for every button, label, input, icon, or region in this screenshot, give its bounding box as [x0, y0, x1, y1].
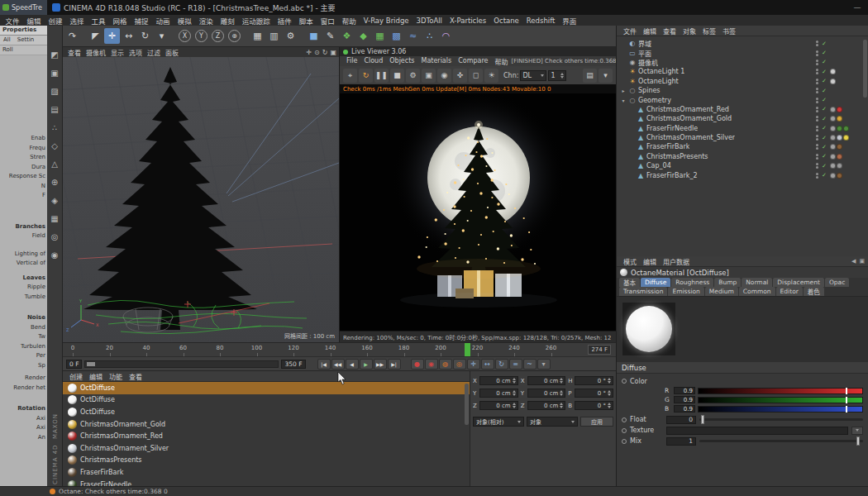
live-viewer-titlebar[interactable]: Live Viewer 3.06: [340, 47, 616, 56]
speedtree-tab[interactable]: Settin: [14, 36, 38, 45]
menubar-item[interactable]: 捕捉: [131, 16, 152, 26]
rotate-view-icon[interactable]: ↻: [322, 49, 328, 56]
visibility-dots[interactable]: [816, 79, 818, 84]
texture-tag-icon[interactable]: [830, 173, 836, 179]
slider-handle[interactable]: [856, 436, 860, 446]
texture-tag-icon[interactable]: [837, 135, 842, 141]
toggle-view-icon[interactable]: ▣: [330, 49, 336, 56]
timeline-ruler[interactable]: 274 F 0204060801001201401601802002202402…: [63, 342, 616, 356]
texture-tag-icon[interactable]: [830, 163, 836, 169]
live-viewer-menu-item[interactable]: 帮助: [491, 57, 511, 66]
material-tab[interactable]: Common: [739, 287, 775, 296]
add-spline[interactable]: ✎: [322, 28, 338, 44]
pan-view-icon[interactable]: ✛: [306, 49, 312, 56]
coordinate-mode-dropdown[interactable]: 对象(相对): [473, 417, 524, 427]
attribute-manager-menu-item[interactable]: 用户数据: [660, 257, 693, 266]
viewport-solo-off-icon[interactable]: ◎: [49, 231, 61, 243]
material-manager-menu-item[interactable]: 编辑: [86, 372, 106, 381]
visibility-dots[interactable]: [816, 60, 818, 65]
texture-tag-icon[interactable]: [837, 144, 842, 150]
live-viewer-menu-item[interactable]: Objects: [386, 57, 417, 66]
viewport-menu-item[interactable]: 面板: [163, 48, 181, 57]
menubar-item[interactable]: X-Particles: [446, 17, 489, 25]
animation-dot-icon[interactable]: [622, 428, 627, 433]
texture-tag-icon[interactable]: [830, 116, 836, 122]
render-region-icon[interactable]: ◻: [469, 69, 483, 83]
add-mograph[interactable]: ❖: [339, 28, 355, 44]
material-list-item[interactable]: ChristmasPresents: [63, 455, 470, 467]
coordinate-field[interactable]: 0 °: [575, 401, 613, 410]
float-slider[interactable]: [699, 418, 863, 421]
slider-handle[interactable]: [701, 415, 704, 424]
material-tab[interactable]: Normal: [742, 278, 772, 287]
texture-tag-icon[interactable]: [837, 126, 842, 131]
menubar-item[interactable]: V-Ray Bridge: [360, 17, 413, 25]
object-row[interactable]: ▲FraserFirBark_2✓: [617, 170, 868, 179]
coordinate-field[interactable]: 0 cm: [527, 389, 566, 398]
enabled-check-icon[interactable]: ✓: [822, 125, 828, 131]
lightmix-icon[interactable]: ☀: [484, 69, 498, 83]
material-list-item[interactable]: OctDiffuse: [63, 394, 470, 407]
prev-frame-button[interactable]: ◀: [346, 359, 359, 370]
texture-tag-icon[interactable]: [830, 107, 836, 112]
render-settings-icon[interactable]: ⚙: [406, 69, 420, 83]
material-list-item[interactable]: OctDiffuse: [63, 382, 470, 394]
texture-tag-icon[interactable]: [830, 154, 836, 160]
texture-tag-icon[interactable]: [830, 79, 836, 84]
edges-mode-icon[interactable]: ◇: [49, 140, 61, 152]
spinner-arrows-icon[interactable]: [513, 403, 516, 408]
lock-z-axis[interactable]: Z: [212, 30, 224, 42]
menubar-item[interactable]: 脚本: [295, 16, 317, 26]
material-tab[interactable]: Editor: [776, 287, 803, 296]
visibility-dots[interactable]: [816, 154, 818, 160]
object-manager-menu-item[interactable]: 编辑: [640, 26, 660, 36]
material-list-item[interactable]: ChristmasOrnament_Gold: [63, 418, 470, 431]
viewport-menu-item[interactable]: 过滤: [145, 48, 163, 57]
model-mode-icon[interactable]: ▣: [49, 67, 61, 79]
spinner-arrows-icon[interactable]: [513, 390, 516, 396]
menubar-item[interactable]: 雕刻: [217, 16, 238, 26]
coordinate-system[interactable]: ⊕: [228, 30, 241, 42]
visibility-dots[interactable]: [816, 144, 818, 150]
enabled-check-icon[interactable]: ✓: [822, 59, 828, 65]
current-frame-field[interactable]: 0 F: [66, 360, 82, 369]
object-row[interactable]: ▲ChristmasOrnament_Gold✓: [617, 114, 868, 123]
object-manager-menu-item[interactable]: 标签: [699, 26, 719, 36]
redo-icon[interactable]: ↷: [64, 28, 80, 44]
samples-stepper[interactable]: 1: [548, 70, 566, 81]
menubar-item[interactable]: 3DToAll: [413, 17, 446, 25]
menubar-item[interactable]: Octane: [490, 17, 523, 25]
lock-resolution-icon[interactable]: ▣: [422, 69, 436, 83]
snap-icon[interactable]: ◈: [49, 194, 61, 207]
enabled-check-icon[interactable]: ✓: [822, 172, 828, 179]
zoom-view-icon[interactable]: ⊙: [314, 49, 320, 56]
add-fracture[interactable]: ◆: [355, 28, 371, 44]
live-viewer-menu-item[interactable]: Compare: [455, 57, 491, 66]
add-field[interactable]: ▦: [372, 28, 388, 44]
coordinate-field[interactable]: 0 cm: [527, 401, 566, 410]
spinner-arrows-icon[interactable]: [608, 403, 611, 408]
make-editable-icon[interactable]: ◩: [49, 49, 61, 61]
material-picker-icon[interactable]: ✜: [453, 69, 467, 83]
playback-options-button[interactable]: ▾: [537, 359, 551, 370]
coordinate-field[interactable]: 0 °: [575, 389, 613, 398]
texture-tag-icon[interactable]: [830, 144, 836, 150]
menubar-item[interactable]: 运动跟踪: [238, 16, 274, 26]
float-value-field[interactable]: 0: [666, 416, 696, 424]
expand-icon[interactable]: ▸: [620, 88, 627, 93]
coordinate-field[interactable]: 0 cm: [479, 401, 518, 410]
minimize-button[interactable]: —: [847, 3, 868, 12]
edit-render-settings[interactable]: ⚙: [283, 28, 298, 44]
viewport-menu-item[interactable]: 查看: [65, 48, 83, 57]
octane-refresh-button[interactable]: ◍: [439, 359, 452, 370]
object-row[interactable]: ☀OctaneLight✓: [617, 77, 868, 86]
spinner-arrows-icon[interactable]: [560, 403, 563, 408]
goto-start-button[interactable]: |◀: [317, 359, 331, 370]
last-tool-used[interactable]: ▾: [154, 28, 169, 44]
material-preview[interactable]: [622, 303, 675, 355]
texture-tag-icon[interactable]: [837, 154, 842, 160]
viewport-canvas[interactable]: Y X Z 网格间距 : 100 cm: [63, 57, 339, 342]
menubar-item[interactable]: 动画: [152, 16, 174, 26]
camera-icon[interactable]: ◉: [437, 69, 451, 83]
viewer-options-icon[interactable]: ▾: [599, 69, 613, 83]
